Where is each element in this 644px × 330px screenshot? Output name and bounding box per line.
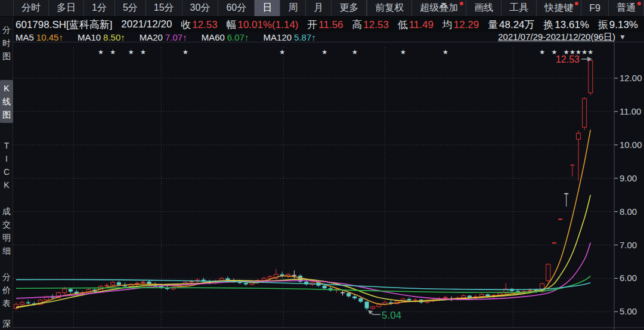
quote-field-label: 换	[543, 19, 553, 30]
notification-dot	[460, 2, 463, 5]
sidebar-item-char: 图	[0, 108, 13, 121]
sidebar-item-char: 线	[0, 95, 13, 108]
y-axis-label: 9.00	[620, 173, 637, 183]
date-range-control: 2021/07/29-2021/12/20(96日) ▼	[498, 32, 626, 42]
toolbar-item-前复权[interactable]: 前复权	[367, 0, 411, 16]
period-tab-分时[interactable]: 分时	[13, 0, 48, 16]
quote-field-振: 振9.13%	[598, 18, 638, 32]
quote-field-换: 换13.61%	[543, 18, 589, 32]
quote-field-value: 9.13%	[609, 19, 638, 30]
star-icon: ★	[400, 48, 406, 55]
y-axis-label: 6.00	[620, 273, 637, 283]
star-icon: ★	[539, 48, 545, 55]
kline-svg: 12.0011.0010.009.008.007.006.005.00★★★★★…	[13, 42, 644, 330]
toolbar-item-快捷键[interactable]: 快捷键	[536, 0, 581, 16]
quote-date: 2021/12/20	[121, 18, 172, 30]
star-icon: ★	[182, 48, 188, 55]
ma-lines-group	[16, 130, 590, 308]
quote-field-高: 高12.53	[352, 18, 389, 32]
quote-field-label: 量	[488, 19, 498, 30]
ma-value: 6.07↑	[227, 32, 249, 42]
ma-indicator-bar: MA510.45↑MA108.50↑MA207.07↑MA606.07↑MA12…	[0, 32, 644, 42]
sidebar-item-成交明细[interactable]: 成交明细	[0, 203, 13, 259]
ma-value: 5.87↑	[294, 32, 316, 42]
notification-dot	[637, 2, 641, 5]
sidebar-item-char: I	[0, 152, 13, 165]
y-axis-label: 11.00	[620, 106, 641, 116]
sidebar-item-char: C	[0, 165, 13, 178]
ma-item-MA10: MA108.50↑	[78, 32, 125, 42]
period-tab-多日[interactable]: 多日	[48, 0, 83, 16]
quote-field-value: 48.24万	[499, 19, 535, 30]
toolbar-actions: 前复权超级叠加画线工具快捷键F9普通隐藏	[367, 0, 644, 16]
ma-value: 7.07↑	[165, 32, 187, 42]
toolbar-item-普通[interactable]: 普通	[608, 0, 643, 16]
period-tab-1分[interactable]: 1分	[83, 0, 114, 16]
period-tab-30分[interactable]: 30分	[182, 0, 218, 16]
sidebar-item-char: 时	[0, 36, 13, 50]
ma-item-MA20: MA207.07↑	[140, 32, 187, 42]
ma-item-MA120: MA1205.87↑	[264, 32, 316, 42]
ma-item-MA5: MA510.45↑	[16, 32, 63, 42]
quote-field-value: 12.53	[192, 19, 218, 30]
star-icon: ★	[352, 48, 358, 55]
date-range-selector[interactable]: 2021/07/29-2021/12/20(96日)	[498, 32, 615, 43]
quote-field-开: 开11.56	[307, 18, 343, 32]
toolbar-item-超级叠加[interactable]: 超级叠加	[411, 0, 466, 16]
star-icon: ★	[442, 48, 448, 55]
sidebar-item-深度[interactable]: 深度	[0, 315, 13, 330]
y-axis-label: 7.00	[620, 240, 637, 250]
star-icon: ★	[587, 48, 593, 55]
period-tab-日[interactable]: 日	[254, 0, 280, 16]
ma-values: MA510.45↑MA108.50↑MA207.07↑MA606.07↑MA12…	[16, 32, 316, 42]
ma-item-MA60: MA606.07↑	[202, 32, 249, 42]
sidebar-item-分价表[interactable]: 分价表	[0, 269, 13, 312]
sidebar-item-char: 图	[0, 50, 13, 63]
toolbar: 分时多日1分5分15分30分60分日周月更多 前复权超级叠加画线工具快捷键F9普…	[0, 0, 644, 17]
ma-label: MA10	[78, 32, 101, 42]
period-tab-更多[interactable]: 更多	[331, 0, 367, 16]
toolbar-item-工具[interactable]: 工具	[501, 0, 536, 16]
quote-field-label: 低	[398, 19, 408, 30]
star-icon: ★	[140, 48, 146, 55]
quote-field-label: 振	[598, 19, 608, 30]
quote-field-label: 高	[352, 19, 362, 30]
toolbar-item-画线[interactable]: 画线	[466, 0, 501, 16]
period-tab-15分[interactable]: 15分	[145, 0, 182, 16]
sidebar-item-char: 深	[0, 317, 13, 330]
annotations: 12.535.04	[368, 54, 592, 321]
stock-info-bar: 601798.SH[蓝科高新] 2021/12/20 收12.53幅10.01%…	[0, 17, 644, 32]
sidebar-item-char: T	[0, 139, 13, 152]
sidebar-item-char: 表	[0, 297, 13, 310]
kline-chart[interactable]: 12.0011.0010.009.008.007.006.005.00★★★★★…	[13, 42, 644, 330]
period-tab-60分[interactable]: 60分	[218, 0, 254, 16]
sidebar-item-TICK[interactable]: TICK	[0, 137, 13, 193]
quote-field-value: 12.53	[363, 19, 389, 30]
chevron-down-icon[interactable]: ▼	[619, 33, 626, 41]
sidebar-item-char: 细	[0, 244, 13, 257]
sidebar-item-K线图[interactable]: K线图	[0, 80, 13, 123]
sidebar-item-char: 明	[0, 231, 13, 244]
event-star-markers: ★★★★★★★★★★★★★★★★★	[98, 48, 593, 55]
star-icon: ★	[98, 48, 104, 55]
quote-field-均: 均12.29	[442, 18, 479, 32]
quote-field-低: 低11.49	[398, 18, 434, 32]
period-tab-周[interactable]: 周	[280, 0, 305, 16]
sidebar-item-char: 价	[0, 283, 13, 297]
sidebar-item-char: 分	[0, 270, 13, 283]
y-axis-label: 8.00	[620, 206, 637, 217]
period-tab-月[interactable]: 月	[305, 0, 331, 16]
quote-field-label: 幅	[226, 19, 236, 30]
left-sidebar: 分时图K线图TICK成交明细分价表深度	[0, 17, 13, 330]
quote-field-value: 11.49	[409, 19, 434, 30]
quote-field-幅: 幅10.01%(1.14)	[226, 18, 298, 32]
period-tab-5分[interactable]: 5分	[114, 0, 145, 16]
low-price-label: 5.04	[382, 310, 401, 321]
sidebar-item-分时图[interactable]: 分时图	[0, 21, 13, 64]
sidebar-item-char: 交	[0, 218, 13, 231]
quote-field-value: 10.01%(1.14)	[237, 19, 298, 30]
toolbar-item-F9[interactable]: F9	[581, 0, 608, 16]
sidebar-item-char: 成	[0, 205, 13, 218]
ma-label: MA5	[16, 32, 34, 42]
ma-label: MA20	[140, 32, 163, 42]
